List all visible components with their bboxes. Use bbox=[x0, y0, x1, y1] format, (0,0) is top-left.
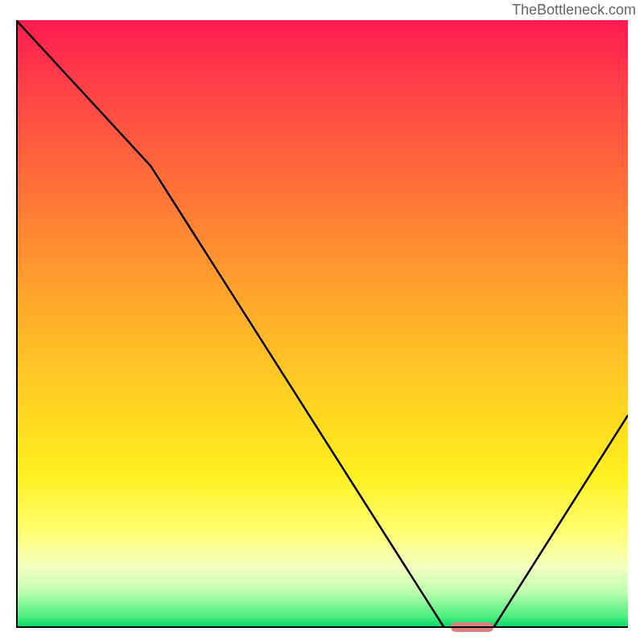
watermark-text: TheBottleneck.com bbox=[512, 2, 636, 19]
chart-area bbox=[16, 20, 628, 628]
y-axis bbox=[16, 20, 18, 628]
curve-path bbox=[16, 20, 628, 628]
x-axis bbox=[16, 626, 628, 628]
bottleneck-curve-svg bbox=[16, 20, 628, 628]
